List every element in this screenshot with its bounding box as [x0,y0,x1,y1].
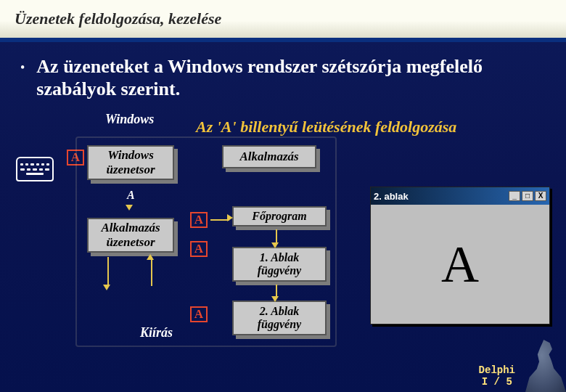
mock-window: 2. ablak _ □ X A [370,187,550,324]
page-title: Üzenetek feldolgozása, kezelése [15,9,221,28]
diagram-stage: Windows Az 'A' billentyű leütésének feld… [0,110,566,392]
a-label-mid: A [127,189,135,202]
box-application: Alkalmazás [222,145,316,168]
box-winfunc2: 2. Ablak függvény [232,301,327,335]
a-key-badge: A [67,150,84,166]
box-app-queue: Alkalmazás üzenetsor [87,218,174,253]
window-titlebar: 2. ablak _ □ X [371,187,549,205]
title-bar: Üzenetek feldolgozása, kezelése [0,0,566,42]
arrow-down-icon [126,205,133,211]
kiiras-label: Kiírás [140,325,173,340]
window-close-button[interactable]: X [535,191,546,201]
footer-line1: Delphi [479,364,515,376]
window-max-button[interactable]: □ [522,191,533,201]
window-min-button[interactable]: _ [509,191,520,201]
a-key-badge: A [190,241,208,257]
bullet-text: Az üzeneteket a Windows rendszer szétszó… [36,55,546,100]
footer-line2: I / 5 [479,376,515,388]
arrow-down-icon [271,242,279,248]
box-mainprogram: Főprogram [232,206,327,226]
a-key-badge: A [190,306,208,322]
arrow-shaft [107,257,109,286]
arrow-shaft [276,229,277,244]
processing-subtitle: Az 'A' billentyű leütésének feldolgozása [196,118,456,136]
window-title: 2. ablak [374,191,409,202]
arrow-shaft [151,257,152,286]
a-key-badge: A [190,212,208,228]
window-body: A [371,205,549,324]
box-windows-queue: Windows üzenetsor [87,145,174,180]
box-winfunc1: 1. Ablak függvény [232,247,327,282]
window-content-letter: A [371,205,549,324]
keyboard-icon [16,157,54,181]
arrow-down-icon [271,296,279,302]
bullet-dot-icon: • [20,55,25,80]
footer: Delphi I / 5 [479,364,515,388]
window-buttons: _ □ X [509,191,546,201]
windows-label: Windows [105,112,154,127]
arrow-down-icon [103,285,110,290]
arrow-right-icon [227,214,233,221]
bullet-row: • Az üzeneteket a Windows rendszer széts… [0,42,566,110]
arrow-up-icon [147,254,154,260]
